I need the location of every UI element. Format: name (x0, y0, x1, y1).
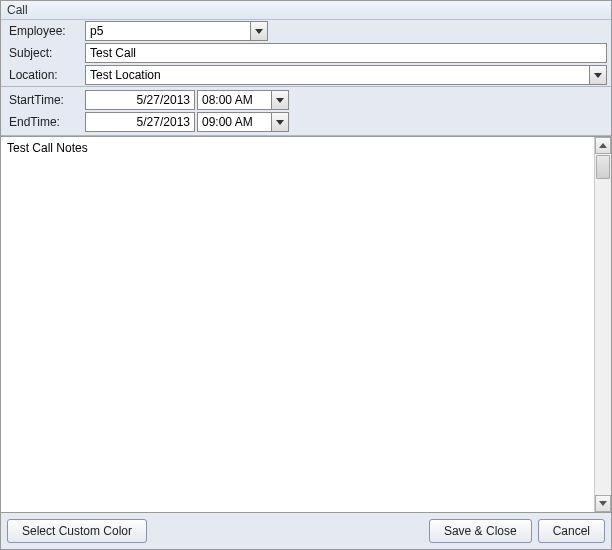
chevron-down-icon (276, 98, 284, 103)
start-date-input[interactable] (85, 90, 195, 110)
chevron-down-icon (255, 29, 263, 34)
location-input[interactable] (85, 65, 589, 85)
employee-dropdown-button[interactable] (250, 21, 268, 41)
end-time-combo[interactable] (197, 112, 289, 132)
scroll-thumb[interactable] (596, 155, 610, 179)
employee-combo[interactable] (85, 21, 268, 41)
chevron-up-icon (599, 143, 607, 148)
call-dialog: Call Employee: Subject: Location: (0, 0, 612, 550)
location-combo[interactable] (85, 65, 607, 85)
notes-textarea[interactable] (1, 137, 594, 512)
notes-scrollbar[interactable] (594, 137, 611, 512)
window-title: Call (1, 1, 611, 20)
employee-input[interactable] (85, 21, 250, 41)
notes-area (1, 136, 611, 513)
start-time-combo[interactable] (197, 90, 289, 110)
location-label: Location: (5, 66, 85, 84)
chevron-down-icon (594, 73, 602, 78)
end-date-input[interactable] (85, 112, 195, 132)
end-time-dropdown-button[interactable] (271, 112, 289, 132)
scroll-up-button[interactable] (595, 137, 611, 154)
time-section: StartTime: EndTime: (1, 87, 611, 136)
starttime-label: StartTime: (5, 91, 85, 109)
subject-label: Subject: (5, 44, 85, 62)
scroll-down-button[interactable] (595, 495, 611, 512)
chevron-down-icon (599, 501, 607, 506)
endtime-label: EndTime: (5, 113, 85, 131)
form-header: Employee: Subject: Location: (1, 20, 611, 87)
location-dropdown-button[interactable] (589, 65, 607, 85)
subject-input[interactable] (85, 43, 607, 63)
select-custom-color-button[interactable]: Select Custom Color (7, 519, 147, 543)
start-time-dropdown-button[interactable] (271, 90, 289, 110)
start-time-input[interactable] (197, 90, 271, 110)
cancel-button[interactable]: Cancel (538, 519, 605, 543)
chevron-down-icon (276, 120, 284, 125)
employee-label: Employee: (5, 22, 85, 40)
scroll-track[interactable] (595, 180, 611, 495)
end-time-input[interactable] (197, 112, 271, 132)
save-and-close-button[interactable]: Save & Close (429, 519, 532, 543)
button-bar: Select Custom Color Save & Close Cancel (1, 513, 611, 549)
